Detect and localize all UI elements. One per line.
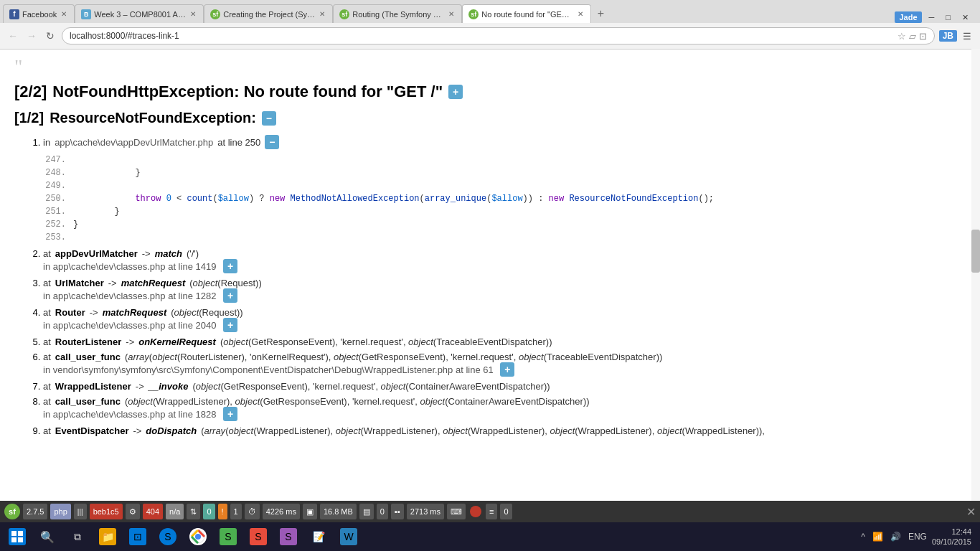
- browser-chrome: f Facebook ✕ B Week 3 – COMP8001 Adv… ✕ …: [0, 0, 980, 50]
- bookmark-star-icon[interactable]: ☆: [897, 31, 906, 42]
- creating-favicon: sf: [210, 9, 220, 19]
- trace-item-4: at Router ->matchRequest (object(Request…: [43, 307, 966, 332]
- trace-2-class: appDevUrlMatcher: [55, 248, 138, 259]
- extra-time[interactable]: 2713 ms: [407, 504, 444, 507]
- tab-week3-close[interactable]: ✕: [189, 10, 197, 18]
- trace-item-4-header: at Router ->matchRequest (object(Request…: [43, 307, 966, 318]
- zoom-icon[interactable]: ⊡: [919, 31, 927, 42]
- tab-routing-close[interactable]: ✕: [447, 10, 456, 18]
- tab-facebook-close[interactable]: ✕: [60, 10, 68, 18]
- scrollbar-thumb[interactable]: [971, 230, 980, 273]
- tab-creating-label: Creating the Project (Sym…: [223, 10, 315, 19]
- trace-item-2-header: at appDevUrlMatcher ->match ('/'): [43, 248, 966, 259]
- load-time[interactable]: 4226 ms: [263, 504, 300, 507]
- trace-9-params: (array(object(WrappedListener), object(W…: [201, 425, 765, 436]
- trace-3-toggle[interactable]: +: [223, 288, 237, 303]
- trace-2-file: in app\cache\dev\classes.php at line 141…: [43, 259, 966, 273]
- clock-icon[interactable]: ⏱: [245, 504, 260, 507]
- trace-1-at: at line 250: [217, 137, 260, 148]
- zero-badge-green[interactable]: 0: [203, 504, 215, 507]
- db-count[interactable]: 0: [377, 504, 388, 507]
- trace-8-toggle[interactable]: +: [223, 407, 237, 421]
- trace-item-7: at WrappedListener ->__invoke (object(Ge…: [43, 381, 966, 392]
- address-bar[interactable]: localhost:8000/#traces-link-1 ☆ ▱ ⊡: [62, 27, 935, 44]
- keyboard-icon[interactable]: ⌨: [447, 504, 466, 507]
- mem-icon[interactable]: ▣: [303, 504, 317, 507]
- sf-icon[interactable]: sf: [4, 504, 20, 507]
- trace-3-class: UrlMatcher: [55, 278, 104, 288]
- trace-item-5: at RouterListener ->onKernelRequest (obj…: [43, 336, 966, 347]
- tab-noroute-close[interactable]: ✕: [576, 10, 585, 18]
- toolbar-close-icon[interactable]: ✕: [966, 505, 976, 508]
- trace-5-method: onKernelRequest: [138, 336, 216, 347]
- trace-5-params: (object(GetResponseEvent), 'kernel.reque…: [220, 336, 552, 347]
- sf-version[interactable]: 2.7.5: [23, 504, 47, 507]
- new-tab-button[interactable]: +: [591, 4, 610, 23]
- db-icon[interactable]: ▤: [359, 504, 374, 507]
- trace-4-method: matchRequest: [103, 307, 167, 318]
- trace-item-6: at call_user_func (array(object(RouterLi…: [43, 352, 966, 377]
- na-badge[interactable]: n/a: [166, 504, 184, 507]
- trace-2-toggle[interactable]: +: [223, 259, 237, 273]
- trace-6-toggle[interactable]: +: [500, 362, 514, 377]
- debug-badge[interactable]: |||: [74, 504, 87, 507]
- trace-5-class: RouterListener: [55, 336, 121, 347]
- trace-item-1-header: in app\cache\dev\appDevUrlMatcher.php at…: [43, 135, 966, 149]
- trace-item-2: at appDevUrlMatcher ->match ('/') in app…: [43, 248, 966, 273]
- warning-count[interactable]: 1: [230, 504, 242, 507]
- trace-1-code: 247. 248. } 249. 250. throw 0 < count($a…: [43, 154, 966, 244]
- tab-creating[interactable]: sf Creating the Project (Sym… ✕: [204, 4, 333, 23]
- trace-item-8-header: at call_user_func (object(WrappedListene…: [43, 396, 966, 407]
- tab-week3-label: Week 3 – COMP8001 Adv…: [94, 10, 186, 19]
- end-count[interactable]: 0: [500, 504, 512, 507]
- transform-icon[interactable]: ⇅: [187, 504, 200, 507]
- mem-size[interactable]: 16.8 MB: [320, 504, 357, 507]
- tab-noroute[interactable]: sf No route found for "GET /… ✕: [462, 4, 591, 23]
- trace-1-file: app\cache\dev\appDevUrlMatcher.php: [55, 137, 213, 148]
- app-env-badge[interactable]: beb1c5: [90, 504, 123, 507]
- tab-week3[interactable]: B Week 3 – COMP8001 Adv… ✕: [75, 4, 204, 23]
- cast-icon[interactable]: ▱: [909, 31, 916, 42]
- trace-9-class: EventDispatcher: [55, 425, 129, 436]
- trace-item-3-header: at UrlMatcher ->matchRequest (object(Req…: [43, 278, 966, 288]
- facebook-favicon: f: [9, 9, 19, 19]
- tab-routing[interactable]: sf Routing (The Symfony Bo… ✕: [333, 4, 462, 23]
- forward-button[interactable]: →: [24, 30, 39, 42]
- trace-3-params: (object(Request)): [189, 278, 261, 288]
- extra-icon[interactable]: ▪▪: [391, 504, 404, 507]
- tab-facebook[interactable]: f Facebook ✕: [3, 4, 75, 23]
- trace-4-toggle[interactable]: +: [223, 318, 237, 332]
- tab-facebook-label: Facebook: [22, 10, 57, 19]
- trace-9-method: doDispatch: [146, 425, 197, 436]
- back-button[interactable]: ←: [6, 30, 20, 42]
- exception-12-text: ResourceNotFoundException:: [50, 110, 256, 126]
- exception-12-toggle[interactable]: −: [262, 111, 276, 126]
- menu-lines-icon[interactable]: ≡: [486, 504, 497, 507]
- php-badge[interactable]: php: [50, 504, 70, 507]
- warning-icon[interactable]: !: [218, 504, 227, 507]
- maximize-button[interactable]: □: [941, 13, 955, 22]
- browser-menu-icons: JB ☰: [939, 30, 974, 42]
- trace-7-params: (object(GetResponseEvent), 'kernel.reque…: [192, 381, 550, 392]
- exception-22-toggle[interactable]: +: [448, 85, 463, 99]
- tab-creating-close[interactable]: ✕: [318, 10, 326, 18]
- trace-6-file: in vendor\symfony\symfony\src\Symfony\Co…: [43, 362, 966, 377]
- reload-button[interactable]: ↻: [43, 30, 57, 42]
- minimize-button[interactable]: ─: [925, 13, 939, 22]
- trace-list: in app\cache\dev\appDevUrlMatcher.php at…: [14, 135, 966, 436]
- trace-1-toggle[interactable]: −: [265, 135, 279, 149]
- close-button[interactable]: ✕: [958, 13, 973, 22]
- browser-menu-button[interactable]: ☰: [960, 31, 974, 42]
- http-status-badge[interactable]: 404: [143, 504, 163, 507]
- trace-item-9-header: at EventDispatcher ->doDispatch (array(o…: [43, 425, 966, 436]
- tab-bar: f Facebook ✕ B Week 3 – COMP8001 Adv… ✕ …: [0, 0, 980, 23]
- red-circle-icon[interactable]: [470, 506, 481, 507]
- tab-routing-label: Routing (The Symfony Bo…: [352, 10, 444, 19]
- week3-favicon: B: [81, 9, 91, 19]
- gear-icon[interactable]: ⚙: [126, 504, 140, 507]
- trace-8-file: in app\cache\dev\classes.php at line 182…: [43, 407, 966, 421]
- scrollbar[interactable]: [971, 49, 980, 501]
- exception-22-text: NotFoundHttpException: No route found fo…: [52, 83, 443, 101]
- trace-4-file: in app\cache\dev\classes.php at line 204…: [43, 318, 966, 332]
- jb-badge: JB: [939, 30, 957, 42]
